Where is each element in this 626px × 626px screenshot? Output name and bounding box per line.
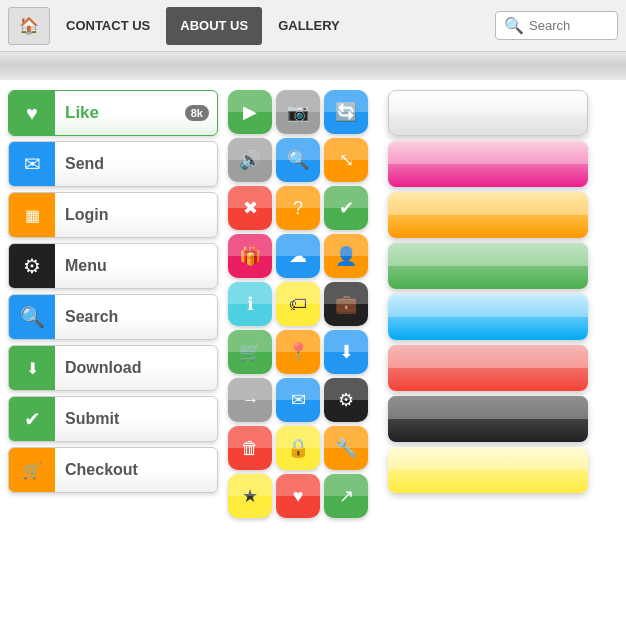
- sq-icon-8-1[interactable]: ♥: [276, 474, 320, 518]
- sq-icon-5-1[interactable]: 📍: [276, 330, 320, 374]
- sq-icon-0-2[interactable]: 🔄: [324, 90, 368, 134]
- submit-label: Submit: [55, 410, 217, 428]
- sq-icon-7-1[interactable]: 🔒: [276, 426, 320, 470]
- checkout-label: Checkout: [55, 461, 217, 479]
- search-icon: 🔍: [504, 16, 524, 35]
- send-label: Send: [55, 155, 217, 173]
- icon-row-4: ℹ🏷💼: [228, 282, 378, 326]
- pink-button[interactable]: [388, 141, 588, 187]
- search-btn-icon: 🔍: [9, 294, 55, 340]
- login-icon-box: ▦: [9, 192, 55, 238]
- nav-contact[interactable]: CONTACT US: [52, 7, 164, 45]
- sq-icon-1-0[interactable]: 🔊: [228, 138, 272, 182]
- nav-home[interactable]: 🏠: [8, 7, 50, 45]
- blue-button[interactable]: [388, 294, 588, 340]
- sq-icon-1-2[interactable]: ⤡: [324, 138, 368, 182]
- icon-row-5: 🛒📍⬇: [228, 330, 378, 374]
- main-content: ♥ Like 8k ✉ Send ▦ Login ⚙ Menu 🔍 Search…: [0, 80, 626, 626]
- icon-row-2: ✖?✔: [228, 186, 378, 230]
- nav-search-box: 🔍: [495, 11, 618, 40]
- icon-row-1: 🔊🔍⤡: [228, 138, 378, 182]
- sq-icon-7-2[interactable]: 🔧: [324, 426, 368, 470]
- checkout-button[interactable]: 🛒 Checkout: [8, 447, 218, 493]
- icon-grid-panel: ▶📷🔄🔊🔍⤡✖?✔🎁☁👤ℹ🏷💼🛒📍⬇→✉⚙🗑🔒🔧★♥↗: [228, 90, 378, 616]
- icon-row-7: 🗑🔒🔧: [228, 426, 378, 470]
- sq-icon-5-2[interactable]: ⬇: [324, 330, 368, 374]
- sq-icon-7-0[interactable]: 🗑: [228, 426, 272, 470]
- icon-row-0: ▶📷🔄: [228, 90, 378, 134]
- download-button[interactable]: ⬇ Download: [8, 345, 218, 391]
- sq-icon-2-2[interactable]: ✔: [324, 186, 368, 230]
- divider-bar: [0, 52, 626, 80]
- navbar: 🏠 CONTACT US ABOUT US GALLERY 🔍: [0, 0, 626, 52]
- download-icon-box: ⬇: [9, 345, 55, 391]
- menu-icon-box: ⚙: [9, 243, 55, 289]
- search-button[interactable]: 🔍 Search: [8, 294, 218, 340]
- like-badge: 8k: [185, 105, 209, 121]
- sq-icon-4-1[interactable]: 🏷: [276, 282, 320, 326]
- color-buttons-panel: [388, 90, 588, 616]
- yellow-button[interactable]: [388, 447, 588, 493]
- send-button[interactable]: ✉ Send: [8, 141, 218, 187]
- sq-icon-3-0[interactable]: 🎁: [228, 234, 272, 278]
- icon-row-6: →✉⚙: [228, 378, 378, 422]
- sq-icon-6-2[interactable]: ⚙: [324, 378, 368, 422]
- checkout-icon-box: 🛒: [9, 447, 55, 493]
- sq-icon-0-0[interactable]: ▶: [228, 90, 272, 134]
- sq-icon-0-1[interactable]: 📷: [276, 90, 320, 134]
- like-icon-box: ♥: [9, 90, 55, 136]
- menu-label: Menu: [55, 257, 217, 275]
- send-icon-box: ✉: [9, 141, 55, 187]
- sq-icon-8-2[interactable]: ↗: [324, 474, 368, 518]
- like-button[interactable]: ♥ Like 8k: [8, 90, 218, 136]
- sq-icon-3-2[interactable]: 👤: [324, 234, 368, 278]
- red-button[interactable]: [388, 345, 588, 391]
- sq-icon-6-1[interactable]: ✉: [276, 378, 320, 422]
- menu-button[interactable]: ⚙ Menu: [8, 243, 218, 289]
- white-button[interactable]: [388, 90, 588, 136]
- sq-icon-4-2[interactable]: 💼: [324, 282, 368, 326]
- submit-icon-box: ✔: [9, 396, 55, 442]
- search-btn-label: Search: [55, 308, 217, 326]
- sq-icon-6-0[interactable]: →: [228, 378, 272, 422]
- sq-icon-8-0[interactable]: ★: [228, 474, 272, 518]
- icon-row-8: ★♥↗: [228, 474, 378, 518]
- left-buttons-panel: ♥ Like 8k ✉ Send ▦ Login ⚙ Menu 🔍 Search…: [8, 90, 218, 616]
- green-button[interactable]: [388, 243, 588, 289]
- sq-icon-4-0[interactable]: ℹ: [228, 282, 272, 326]
- orange-button[interactable]: [388, 192, 588, 238]
- login-label: Login: [55, 206, 217, 224]
- download-label: Download: [55, 359, 217, 377]
- submit-button[interactable]: ✔ Submit: [8, 396, 218, 442]
- sq-icon-5-0[interactable]: 🛒: [228, 330, 272, 374]
- black-button[interactable]: [388, 396, 588, 442]
- nav-gallery[interactable]: GALLERY: [264, 7, 354, 45]
- sq-icon-2-1[interactable]: ?: [276, 186, 320, 230]
- sq-icon-3-1[interactable]: ☁: [276, 234, 320, 278]
- nav-about[interactable]: ABOUT US: [166, 7, 262, 45]
- like-label: Like: [55, 103, 185, 123]
- icon-row-3: 🎁☁👤: [228, 234, 378, 278]
- sq-icon-1-1[interactable]: 🔍: [276, 138, 320, 182]
- login-button[interactable]: ▦ Login: [8, 192, 218, 238]
- search-input[interactable]: [529, 18, 609, 33]
- sq-icon-2-0[interactable]: ✖: [228, 186, 272, 230]
